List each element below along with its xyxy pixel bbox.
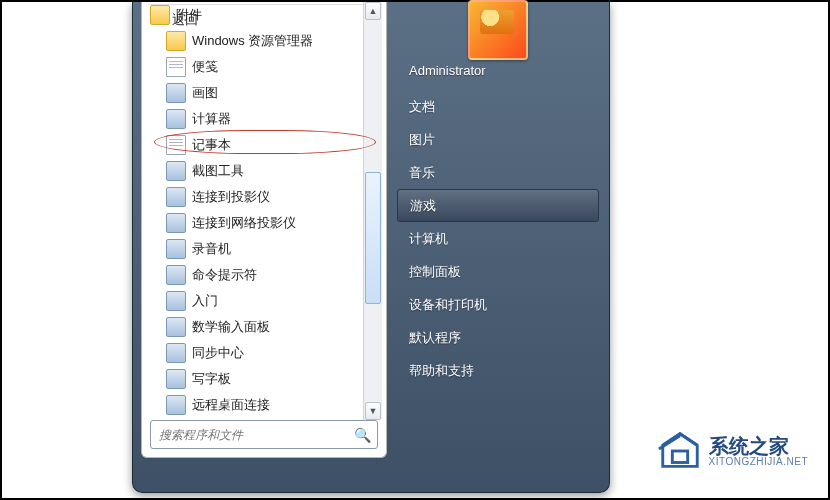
program-label: 远程桌面连接 [192,396,270,414]
program-icon [166,187,186,207]
program-label: 同步中心 [192,344,244,362]
program-item[interactable]: 数学输入面板 [146,314,364,340]
program-item[interactable]: 截图工具 [146,158,364,184]
watermark-title: 系统之家 [709,436,809,456]
program-item[interactable]: 记事本 [146,132,364,158]
user-panel-item[interactable]: 游戏 [397,189,599,222]
program-icon [166,135,186,155]
programs-list: 附件 Windows 资源管理器便笺画图计算器记事本截图工具连接到投影仪连接到网… [146,2,364,420]
search-input[interactable] [157,427,354,443]
user-panel-item[interactable]: 计算机 [395,222,601,255]
start-menu: 附件 Windows 资源管理器便笺画图计算器记事本截图工具连接到投影仪连接到网… [132,2,610,493]
user-panel: Administrator 文档图片音乐游戏计算机控制面板设备和打印机默认程序帮… [395,2,601,482]
program-icon [166,317,186,337]
program-label: 录音机 [192,240,231,258]
program-label: 画图 [192,84,218,102]
program-item[interactable]: 录音机 [146,236,364,262]
program-icon [166,291,186,311]
program-label: 计算器 [192,110,231,128]
program-item[interactable]: 计算器 [146,106,364,132]
program-label: 写字板 [192,370,231,388]
program-icon [166,369,186,389]
user-panel-item[interactable]: 音乐 [395,156,601,189]
program-label: 记事本 [192,136,231,154]
watermark-logo-icon [657,428,703,474]
program-item[interactable]: 画图 [146,80,364,106]
folder-icon [150,5,170,25]
program-icon [166,83,186,103]
user-panel-item[interactable]: 帮助和支持 [395,354,601,387]
user-name[interactable]: Administrator [395,50,601,90]
program-item[interactable]: 写字板 [146,366,364,392]
scrollbar[interactable]: ▲ ▼ [363,2,382,420]
program-item[interactable]: 连接到网络投影仪 [146,210,364,236]
program-icon [166,265,186,285]
scroll-up-button[interactable]: ▲ [365,2,381,20]
program-icon [166,343,186,363]
program-item[interactable]: 便笺 [146,54,364,80]
watermark-url: XITONGZHIJIA.NET [709,456,809,467]
watermark: 系统之家 XITONGZHIJIA.NET [657,428,809,474]
folder-accessories[interactable]: 附件 [146,2,364,28]
user-panel-item[interactable]: 设备和打印机 [395,288,601,321]
program-label: 便笺 [192,58,218,76]
search-box[interactable]: 🔍 [150,420,378,449]
search-icon[interactable]: 🔍 [354,427,371,443]
program-item[interactable]: Windows 资源管理器 [146,28,364,54]
program-icon [166,109,186,129]
program-label: 数学输入面板 [192,318,270,336]
program-label: 截图工具 [192,162,244,180]
program-item[interactable]: 连接到投影仪 [146,184,364,210]
program-label: 连接到投影仪 [192,188,270,206]
program-icon [166,239,186,259]
program-icon [166,57,186,77]
program-icon [166,161,186,181]
program-label: Windows 资源管理器 [192,32,313,50]
user-panel-item[interactable]: 控制面板 [395,255,601,288]
svg-rect-0 [672,451,687,463]
program-icon [166,395,186,415]
folder-label: 附件 [176,6,202,24]
program-item[interactable]: 同步中心 [146,340,364,366]
program-icon [166,213,186,233]
program-icon [166,31,186,51]
program-item[interactable]: 命令提示符 [146,262,364,288]
program-item[interactable]: 入门 [146,288,364,314]
user-panel-item[interactable]: 文档 [395,90,601,123]
programs-panel: 附件 Windows 资源管理器便笺画图计算器记事本截图工具连接到投影仪连接到网… [141,2,387,458]
user-panel-item[interactable]: 图片 [395,123,601,156]
program-item[interactable]: 远程桌面连接 [146,392,364,418]
user-panel-item[interactable]: 默认程序 [395,321,601,354]
program-label: 入门 [192,292,218,310]
program-label: 命令提示符 [192,266,257,284]
scroll-thumb[interactable] [365,172,381,304]
scroll-down-button[interactable]: ▼ [365,402,381,420]
program-label: 连接到网络投影仪 [192,214,296,232]
